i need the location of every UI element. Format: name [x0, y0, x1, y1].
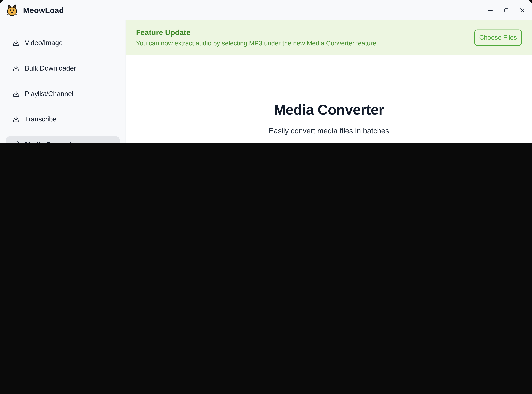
close-icon — [519, 7, 525, 13]
page-subtitle: Easily convert media files in batches — [126, 127, 532, 135]
app-window: MeowLoad Video/Image — [0, 0, 532, 143]
titlebar: MeowLoad — [0, 0, 532, 20]
maximize-icon — [504, 7, 509, 13]
meowload-app: MeowLoad Video/Image — [0, 0, 532, 143]
sidebar-nav: Video/Image Bulk Downloader Playlist/Cha… — [0, 20, 125, 143]
content-area: Feature Update You can now extract audio… — [126, 20, 532, 143]
feature-update-banner: Feature Update You can now extract audio… — [126, 20, 532, 55]
banner-title: Feature Update — [136, 28, 378, 37]
sidebar-item-bulk-downloader[interactable]: Bulk Downloader — [6, 60, 120, 76]
minimize-icon — [488, 7, 493, 13]
banner-text: Feature Update You can now extract audio… — [136, 28, 378, 47]
sidebar-item-label: Media Converter — [25, 141, 78, 143]
app-title: MeowLoad — [23, 5, 64, 15]
sidebar: Video/Image Bulk Downloader Playlist/Cha… — [0, 20, 126, 143]
download-icon — [13, 115, 20, 123]
close-button[interactable] — [519, 7, 525, 13]
download-icon — [13, 90, 20, 97]
page-title: Media Converter — [126, 101, 532, 119]
repeat-icon — [13, 141, 20, 143]
banner-message: You can now extract audio by selecting M… — [136, 40, 378, 47]
window-controls — [488, 7, 525, 13]
cat-logo-icon — [7, 4, 17, 17]
sidebar-item-transcribe[interactable]: Transcribe — [6, 111, 120, 127]
media-converter-page: Media Converter Easily convert media fil… — [126, 101, 532, 143]
download-icon — [13, 65, 20, 72]
sidebar-item-label: Transcribe — [25, 115, 57, 123]
sidebar-item-label: Bulk Downloader — [25, 64, 76, 72]
minimize-button[interactable] — [488, 7, 493, 13]
download-icon — [13, 39, 20, 46]
sidebar-item-playlist-channel[interactable]: Playlist/Channel — [6, 85, 120, 102]
sidebar-item-video-image[interactable]: Video/Image — [6, 35, 120, 51]
maximize-button[interactable] — [504, 7, 509, 13]
sidebar-item-media-converter[interactable]: Media Converter — [6, 136, 120, 143]
sidebar-item-label: Video/Image — [25, 39, 63, 47]
sidebar-item-label: Playlist/Channel — [25, 90, 73, 98]
banner-choose-files-button[interactable]: Choose Files — [474, 30, 522, 46]
